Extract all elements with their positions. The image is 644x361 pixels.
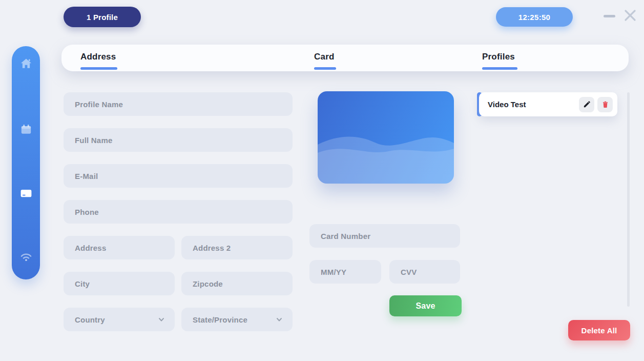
- tab-address-label: Address: [80, 52, 116, 62]
- profile-item-name: Video Test: [488, 100, 579, 109]
- calendar-icon[interactable]: [19, 123, 33, 136]
- minimize-icon[interactable]: [604, 15, 615, 17]
- state-province-select[interactable]: State/Province: [181, 308, 293, 331]
- address-input[interactable]: [64, 236, 175, 259]
- tab-card-label: Card: [314, 52, 335, 62]
- tab-bar: Address Card Profiles: [61, 45, 629, 71]
- phone-input[interactable]: [64, 200, 293, 224]
- tab-profiles[interactable]: Profiles: [482, 45, 517, 71]
- credit-card-preview: [318, 91, 454, 184]
- country-select-label: Country: [75, 315, 105, 324]
- profiles-scrollbar[interactable]: [627, 92, 630, 307]
- edit-profile-button[interactable]: [579, 97, 594, 112]
- profile-name-input[interactable]: [64, 92, 293, 116]
- cvv-input[interactable]: [389, 260, 460, 284]
- tab-profiles-label: Profiles: [482, 52, 515, 62]
- profile-list-item[interactable]: Video Test: [479, 92, 617, 116]
- state-province-select-label: State/Province: [193, 315, 247, 324]
- credit-card-icon[interactable]: [19, 187, 33, 200]
- tab-address-underline: [80, 67, 117, 70]
- app-window: 1 Profile 12:25:50: [0, 0, 644, 361]
- full-name-input[interactable]: [64, 128, 293, 152]
- profile-count-badge[interactable]: 1 Profile: [64, 7, 141, 27]
- home-icon[interactable]: [19, 57, 33, 70]
- expiry-input[interactable]: [309, 260, 381, 284]
- tab-card-underline: [314, 67, 336, 70]
- clock-badge[interactable]: 12:25:50: [496, 7, 573, 27]
- tab-card[interactable]: Card: [314, 45, 336, 71]
- card-number-input[interactable]: [309, 224, 460, 248]
- chevron-down-icon: [275, 315, 283, 324]
- chevron-down-icon: [157, 315, 165, 324]
- email-input[interactable]: [64, 164, 293, 188]
- close-icon[interactable]: [623, 8, 637, 23]
- pencil-icon: [583, 100, 591, 109]
- sidebar: [12, 46, 40, 279]
- trash-icon: [601, 100, 610, 109]
- delete-all-button[interactable]: Delete All: [568, 320, 630, 340]
- save-button[interactable]: Save: [389, 295, 462, 316]
- city-input[interactable]: [64, 272, 175, 295]
- country-select[interactable]: Country: [64, 308, 175, 331]
- wifi-icon[interactable]: [19, 250, 33, 263]
- tab-profiles-underline: [482, 67, 517, 70]
- delete-profile-button[interactable]: [597, 97, 613, 112]
- tab-address[interactable]: Address: [80, 45, 117, 71]
- zipcode-input[interactable]: [181, 272, 293, 295]
- address2-input[interactable]: [181, 236, 293, 259]
